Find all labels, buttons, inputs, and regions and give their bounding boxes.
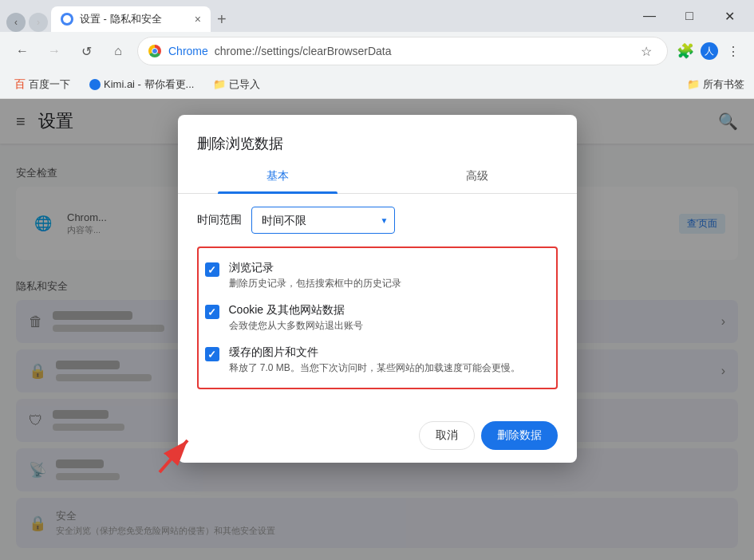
tab-advanced[interactable]: 高级 (377, 160, 577, 193)
browser-frame: ‹ › 设置 - 隐私和安全 × + — □ ✕ ← → ↺ (0, 0, 754, 560)
browsing-history-content: 浏览记录 删除历史记录，包括搜索框中的历史记录 (229, 261, 550, 290)
home-icon: ⌂ (114, 44, 122, 58)
time-range-select[interactable]: 过去1小时 过去24小时 过去7天 过去4周 时间不限 (251, 207, 395, 234)
tab-back-btn[interactable]: ‹ (6, 13, 26, 32)
tab-favicon (61, 13, 73, 26)
address-actions: ☆ (635, 40, 657, 62)
close-btn[interactable]: ✕ (711, 3, 748, 29)
cache-row: ✓ 缓存的图片和文件 释放了 7.0 MB。当您下次访问时，某些网站的加载速度可… (205, 339, 550, 381)
cancel-button[interactable]: 取消 (419, 421, 475, 450)
address-url: chrome://settings/clearBrowserData (215, 45, 392, 57)
time-range-row: 时间范围 过去1小时 过去24小时 过去7天 过去4周 时间不限 (197, 207, 558, 234)
minimize-btn[interactable]: — (631, 3, 668, 29)
delete-data-button[interactable]: 删除数据 (481, 421, 558, 450)
cookies-row: ✓ Cookie 及其他网站数据 会致使您从大多数网站退出账号 (205, 297, 550, 339)
browsing-history-desc: 删除历史记录，包括搜索框中的历史记录 (229, 277, 550, 290)
win-controls: — □ ✕ (631, 3, 748, 29)
browsing-history-checkbox[interactable]: ✓ (205, 262, 219, 277)
time-select-wrapper: 过去1小时 过去24小时 过去7天 过去4周 时间不限 (251, 207, 395, 234)
nav-extras: 🧩 人 ⋮ (674, 40, 744, 62)
reload-icon: ↺ (81, 44, 92, 59)
home-btn[interactable]: ⌂ (105, 38, 131, 64)
browser-tab: 设置 - 隐私和安全 × (51, 6, 211, 32)
tab-basic[interactable]: 基本 (178, 160, 377, 193)
address-brand: Chrome (168, 45, 208, 57)
menu-btn[interactable]: ⋮ (722, 40, 744, 62)
chrome-logo (148, 44, 162, 58)
back-btn[interactable]: ← (10, 38, 35, 64)
bookmark-baidu[interactable]: 百 百度一下 (10, 74, 75, 95)
reload-btn[interactable]: ↺ (73, 38, 99, 64)
checkboxes-section: ✓ 浏览记录 删除历史记录，包括搜索框中的历史记录 ✓ (197, 246, 558, 389)
maximize-btn[interactable]: □ (671, 3, 708, 29)
bookmark-imported[interactable]: 📁 已导入 (208, 74, 265, 95)
cookies-checkbox[interactable]: ✓ (205, 305, 219, 319)
baidu-icon: 百 (14, 77, 26, 92)
red-arrow-annotation (144, 416, 207, 480)
address-bar[interactable]: Chrome chrome://settings/clearBrowserDat… (137, 37, 668, 65)
browsing-history-row: ✓ 浏览记录 删除历史记录，包括搜索框中的历史记录 (205, 254, 550, 297)
bookmark-kimi[interactable]: Kimi.ai - 帮你看更... (85, 74, 199, 95)
cache-checkmark-icon: ✓ (207, 349, 216, 361)
cookies-title: Cookie 及其他网站数据 (229, 303, 550, 317)
browsing-history-title: 浏览记录 (229, 261, 550, 275)
dialog-tabs: 基本 高级 (178, 160, 577, 194)
new-tab-btn[interactable]: + (211, 7, 233, 32)
cookies-desc: 会致使您从大多数网站退出账号 (229, 319, 550, 333)
all-bookmarks-btn[interactable]: 📁 所有书签 (687, 77, 744, 92)
tab-favicon-inner (63, 15, 71, 23)
imported-label: 已导入 (229, 77, 260, 92)
modal-overlay: 删除浏览数据 基本 高级 时间范围 过去1小时 过去24小时 过去 (0, 99, 754, 560)
clear-data-dialog: 删除浏览数据 基本 高级 时间范围 过去1小时 过去24小时 过去 (178, 115, 577, 463)
menu-dots-icon: ⋮ (727, 44, 740, 59)
tab-title: 设置 - 隐私和安全 (80, 12, 162, 26)
forward-icon: → (48, 44, 61, 58)
tab-close-btn[interactable]: × (195, 13, 201, 26)
nav-bar: ← → ↺ ⌂ Chrome chrome://settings/clearBr… (0, 32, 754, 70)
tab-bar: ‹ › 设置 - 隐私和安全 × + (6, 0, 625, 32)
all-bookmarks-folder-icon: 📁 (687, 78, 700, 90)
time-range-label: 时间范围 (197, 213, 242, 227)
dialog-footer: 取消 删除数据 (178, 408, 577, 463)
all-bookmarks-label: 所有书签 (703, 77, 744, 92)
profile-btn[interactable]: 人 (698, 40, 720, 62)
kimi-label: Kimi.ai - 帮你看更... (104, 77, 194, 92)
bookmark-star-btn[interactable]: ☆ (635, 40, 657, 62)
cache-title: 缓存的图片和文件 (229, 345, 550, 360)
checkmark-icon: ✓ (207, 264, 216, 276)
extensions-btn[interactable]: 🧩 (674, 40, 697, 62)
dialog-title: 删除浏览数据 (178, 115, 577, 153)
title-bar: ‹ › 设置 - 隐私和安全 × + — □ ✕ (0, 0, 754, 32)
bookmarks-bar: 百 百度一下 Kimi.ai - 帮你看更... 📁 已导入 📁 所有书签 (0, 70, 754, 99)
tab-forward-btn[interactable]: › (29, 13, 48, 32)
kimi-icon (89, 79, 101, 90)
cookies-content: Cookie 及其他网站数据 会致使您从大多数网站退出账号 (229, 303, 550, 333)
cache-checkbox[interactable]: ✓ (205, 347, 219, 361)
page-content: ≡ 设置 🔍 安全检查 🌐 Chrom...内容等... 查'页面 (0, 99, 754, 560)
cache-content: 缓存的图片和文件 释放了 7.0 MB。当您下次访问时，某些网站的加载速度可能会… (229, 345, 550, 375)
dialog-body: 时间范围 过去1小时 过去24小时 过去7天 过去4周 时间不限 (178, 194, 577, 408)
back-icon: ← (16, 44, 29, 58)
baidu-label: 百度一下 (29, 77, 70, 92)
folder-icon: 📁 (213, 78, 226, 90)
cache-desc: 释放了 7.0 MB。当您下次访问时，某些网站的加载速度可能会更慢。 (229, 361, 550, 375)
forward-btn[interactable]: → (41, 38, 67, 64)
profile-icon: 人 (701, 42, 718, 60)
svg-line-1 (160, 440, 188, 472)
cookies-checkmark-icon: ✓ (207, 306, 216, 318)
